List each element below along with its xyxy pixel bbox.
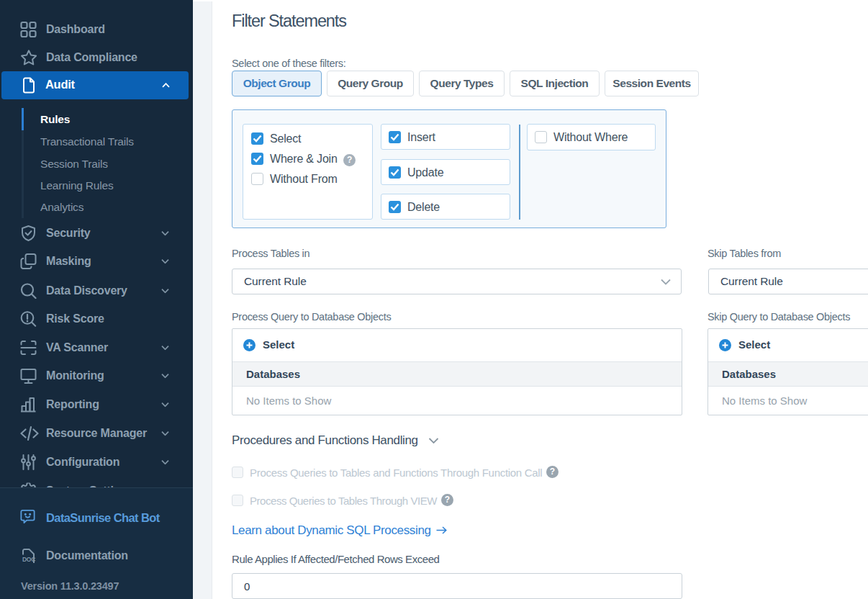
svg-text:DOC: DOC (22, 556, 35, 563)
